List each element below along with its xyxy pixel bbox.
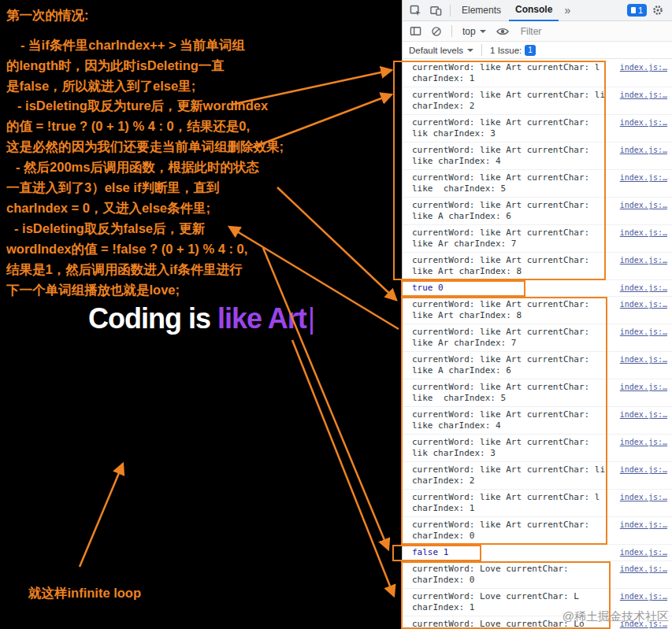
chevron-down-icon: [467, 49, 473, 52]
log-levels-dropdown[interactable]: Default levels: [409, 46, 473, 55]
console-log-row: currentWord: like Art currentChar: like …: [403, 170, 672, 198]
typing-demo: Coding is like Art|: [88, 302, 314, 335]
execution-context-label: top: [462, 26, 476, 37]
tab-elements[interactable]: Elements: [455, 0, 507, 21]
console-log-row: currentWord: like Art currentChar: li ch…: [403, 87, 672, 115]
console-source-link[interactable]: index.js:…: [620, 382, 667, 393]
issue-page-icon: [631, 7, 636, 13]
console-log-row: currentWord: like Art currentChar: like …: [403, 379, 672, 407]
console-message: currentWord: like Art currentChar: l cha…: [412, 492, 612, 514]
console-log-row: currentWord: like Art currentChar: like …: [403, 253, 672, 280]
console-message: currentWord: like Art currentChar: l cha…: [412, 62, 612, 84]
console-message: currentWord: like Art currentChar: like …: [412, 172, 612, 194]
annotation-panel: 第一次的情况: - 当if条件里charIndex++ > 当前单词组 的len…: [0, 0, 402, 629]
console-message: false 1: [412, 547, 612, 558]
console-message: currentWord: like Art currentChar: like …: [412, 409, 612, 431]
console-log-row: true 0 index.js:…: [403, 280, 672, 297]
console-source-link[interactable]: index.js:…: [620, 200, 667, 211]
console-source-link[interactable]: index.js:…: [620, 117, 667, 128]
issues-chip-count: 1: [525, 45, 536, 56]
console-log-row: currentWord: like Art currentChar: lik c…: [403, 435, 672, 462]
console-message: currentWord: like Art currentChar: like …: [412, 299, 612, 321]
toolbar-separator: [481, 44, 482, 56]
note-paragraph-3: - 然后200ms后调用函数，根据此时的状态 一直进入到了3）else if判断…: [6, 157, 384, 218]
console-message: currentWord: like Art currentChar: like …: [412, 228, 612, 250]
devtools-panel: Elements Console » 1 top: [402, 0, 672, 629]
console-source-link[interactable]: index.js:…: [620, 619, 667, 629]
issues-chip[interactable]: 1 Issue: 1: [490, 45, 536, 56]
console-source-link[interactable]: index.js:…: [620, 283, 667, 294]
console-log-row: currentWord: like Art currentChar: lik c…: [403, 115, 672, 142]
screenshot-root: 第一次的情况: - 当if条件里charIndex++ > 当前单词组 的len…: [0, 0, 672, 629]
console-source-link[interactable]: index.js:…: [620, 145, 667, 156]
console-message: currentWord: like Art currentChar: li ch…: [412, 464, 612, 487]
console-source-link[interactable]: index.js:…: [620, 172, 667, 183]
console-toolbar: top: [403, 21, 672, 42]
execution-context-dropdown[interactable]: top: [458, 26, 491, 37]
console-log-row: currentWord: like Art currentChar: l cha…: [403, 60, 672, 87]
filter-input[interactable]: [519, 25, 640, 38]
note-title: 第一次的情况:: [6, 5, 384, 25]
console-source-link[interactable]: index.js:…: [620, 492, 667, 503]
chevron-down-icon: [480, 30, 486, 33]
console-source-link[interactable]: index.js:…: [620, 327, 667, 338]
console-source-link[interactable]: index.js:…: [620, 547, 667, 558]
console-source-link[interactable]: index.js:…: [620, 62, 667, 73]
clear-console-icon[interactable]: [427, 23, 446, 40]
console-log-row: currentWord: Love currentChar: Lo charIn…: [403, 616, 672, 629]
console-source-link[interactable]: index.js:…: [620, 437, 667, 448]
log-levels-label: Default levels: [409, 46, 463, 55]
issues-chip-label: 1 Issue:: [490, 46, 522, 55]
console-message: currentWord: like Art currentChar: like …: [412, 327, 612, 349]
console-log-row: currentWord: Love currentChar: charIndex…: [403, 561, 672, 589]
console-message: currentWord: Love currentChar: L charInd…: [412, 591, 612, 613]
console-log-row: currentWord: like Art currentChar: l cha…: [403, 490, 672, 517]
toolbar-separator: [451, 25, 452, 37]
console-source-link[interactable]: index.js:…: [620, 255, 667, 266]
console-message: currentWord: like Art currentChar: like …: [412, 255, 612, 277]
console-sidebar-icon[interactable]: [406, 23, 425, 40]
typing-cursor: |: [308, 302, 314, 335]
device-toolbar-icon[interactable]: [426, 2, 445, 19]
inspect-element-icon[interactable]: [406, 2, 425, 19]
settings-gear-icon[interactable]: [648, 2, 667, 19]
note-paragraph-2: - isDeleting取反为ture后，更新wordIndex 的值 = !t…: [6, 95, 384, 157]
console-log-row: currentWord: Love currentChar: L charInd…: [403, 589, 672, 616]
console-message: currentWord: like Art currentChar: lik c…: [412, 437, 612, 459]
tab-console[interactable]: Console: [509, 0, 559, 21]
console-log-row: currentWord: like Art currentChar: like …: [403, 352, 672, 379]
console-source-link[interactable]: index.js:…: [620, 354, 667, 365]
note-infinite-loop: 就这样infinite loop: [28, 583, 407, 603]
issues-counter-button[interactable]: 1: [627, 4, 647, 17]
console-levels-bar: Default levels 1 Issue: 1: [403, 42, 672, 59]
console-message: currentWord: Love currentChar: Lo charIn…: [412, 619, 612, 629]
console-log-row: currentWord: like Art currentChar: like …: [403, 142, 672, 170]
console-message: currentWord: like Art currentChar: like …: [412, 354, 612, 376]
console-source-link[interactable]: index.js:…: [620, 228, 667, 239]
console-log-row: false 1 index.js:…: [403, 545, 672, 561]
console-source-link[interactable]: index.js:…: [620, 591, 667, 602]
more-tabs-icon[interactable]: »: [560, 4, 574, 17]
console-log-list[interactable]: currentWord: like Art currentChar: l cha…: [403, 60, 672, 629]
note-paragraph-4: - isDeleting取反为false后，更新 wordIndex的值 = !…: [6, 218, 384, 300]
toolbar-separator: [450, 5, 451, 17]
console-message: currentWord: like Art currentChar: like …: [412, 145, 612, 167]
note-paragraph-1: - 当if条件里charIndex++ > 当前单词组 的length时，因为此…: [6, 35, 384, 96]
live-expression-eye-icon[interactable]: [493, 23, 512, 40]
console-source-link[interactable]: index.js:…: [620, 520, 667, 531]
console-message: currentWord: like Art currentChar: charI…: [412, 520, 612, 542]
console-source-link[interactable]: index.js:…: [620, 90, 667, 101]
console-log-row: currentWord: like Art currentChar: li ch…: [403, 462, 672, 490]
devtools-tab-bar: Elements Console » 1: [403, 0, 672, 21]
console-log-row: currentWord: like Art currentChar: like …: [403, 297, 672, 324]
console-log-row: currentWord: like Art currentChar: like …: [403, 225, 672, 253]
console-message: currentWord: like Art currentChar: like …: [412, 382, 612, 404]
console-source-link[interactable]: index.js:…: [620, 299, 667, 310]
console-message: currentWord: Love currentChar: charIndex…: [412, 564, 612, 586]
console-source-link[interactable]: index.js:…: [620, 564, 667, 575]
console-source-link[interactable]: index.js:…: [620, 409, 667, 420]
typing-highlight: like Art: [217, 302, 306, 335]
console-message: currentWord: like Art currentChar: lik c…: [412, 117, 612, 139]
console-message: true 0: [412, 283, 612, 294]
console-source-link[interactable]: index.js:…: [620, 464, 667, 475]
